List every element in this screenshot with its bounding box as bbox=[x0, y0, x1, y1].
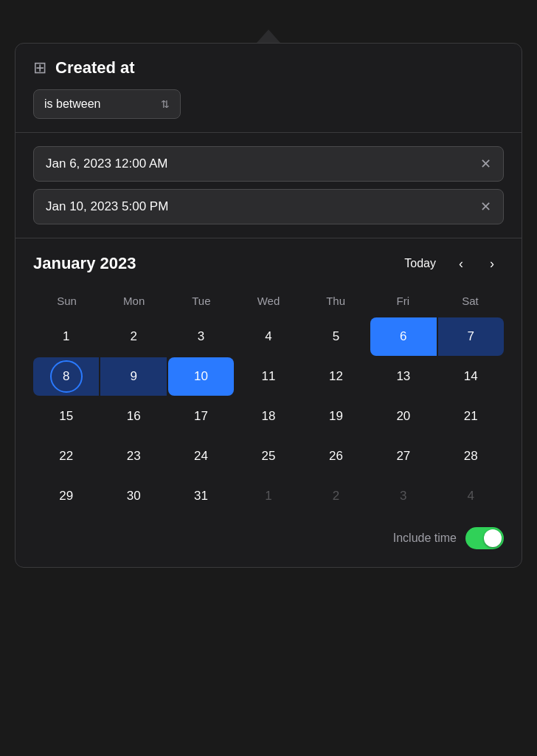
calendar-weekdays: Sun Mon Tue Wed Thu Fri Sat bbox=[33, 290, 504, 312]
date-inputs-section: Jan 6, 2023 12:00 AM ✕ Jan 10, 2023 5:00… bbox=[15, 133, 522, 238]
calendar-day[interactable]: 19 bbox=[303, 397, 369, 436]
popup-arrow bbox=[257, 30, 280, 43]
calendar-day[interactable]: 31 bbox=[168, 477, 234, 515]
calendar-day[interactable]: 17 bbox=[168, 397, 234, 436]
calendar-day[interactable]: 7 bbox=[438, 317, 504, 356]
header-title-row: ⊞ Created at bbox=[33, 58, 504, 78]
calendar-days: 1234567891011121314151617181920212223242… bbox=[33, 317, 504, 515]
prev-month-button[interactable]: ‹ bbox=[449, 252, 473, 275]
calendar-grid: Sun Mon Tue Wed Thu Fri Sat 123456789101… bbox=[33, 290, 504, 515]
calendar-day[interactable]: 26 bbox=[303, 437, 369, 475]
calendar-day[interactable]: 3 bbox=[370, 477, 436, 515]
calendar-day[interactable]: 9 bbox=[100, 357, 166, 396]
filter-select[interactable]: is between ⇅ bbox=[33, 89, 181, 119]
end-date-input[interactable]: Jan 10, 2023 5:00 PM ✕ bbox=[33, 189, 504, 224]
calendar-day[interactable]: 27 bbox=[370, 437, 436, 475]
header-title: Created at bbox=[55, 58, 135, 78]
weekday-thu: Thu bbox=[302, 290, 370, 312]
calendar-day[interactable]: 23 bbox=[100, 437, 166, 475]
include-time-row: Include time bbox=[33, 527, 504, 549]
filter-select-value: is between bbox=[44, 97, 101, 111]
calendar-day[interactable]: 25 bbox=[235, 437, 301, 475]
weekday-sun: Sun bbox=[33, 290, 100, 312]
calendar-day[interactable]: 28 bbox=[438, 437, 504, 475]
next-month-button[interactable]: › bbox=[480, 252, 504, 275]
calendar-day[interactable]: 18 bbox=[235, 397, 301, 436]
toggle-knob bbox=[484, 529, 502, 547]
calendar-day[interactable]: 14 bbox=[438, 357, 504, 396]
calendar-day[interactable]: 11 bbox=[235, 357, 301, 396]
start-date-value: Jan 6, 2023 12:00 AM bbox=[46, 157, 167, 171]
calendar-day[interactable]: 5 bbox=[303, 317, 369, 356]
weekday-fri: Fri bbox=[370, 290, 437, 312]
calendar-day[interactable]: 3 bbox=[168, 317, 234, 356]
calendar-day[interactable]: 21 bbox=[438, 397, 504, 436]
calendar-day[interactable]: 4 bbox=[438, 477, 504, 515]
calendar-day[interactable]: 22 bbox=[33, 437, 99, 475]
calendar-day[interactable]: 13 bbox=[370, 357, 436, 396]
month-title: January 2023 bbox=[33, 254, 136, 273]
calendar-day[interactable]: 12 bbox=[303, 357, 369, 396]
calendar-day[interactable]: 10 bbox=[168, 357, 234, 396]
date-filter-popup: ⊞ Created at is between ⇅ Jan 6, 2023 12… bbox=[15, 30, 522, 568]
calendar-day[interactable]: 16 bbox=[100, 397, 166, 436]
today-button[interactable]: Today bbox=[398, 254, 442, 273]
calendar-day[interactable]: 29 bbox=[33, 477, 99, 515]
start-date-input[interactable]: Jan 6, 2023 12:00 AM ✕ bbox=[33, 146, 504, 182]
calendar-day[interactable]: 20 bbox=[370, 397, 436, 436]
calendar-day[interactable]: 4 bbox=[235, 317, 301, 356]
clear-end-date-icon[interactable]: ✕ bbox=[480, 199, 491, 215]
weekday-tue: Tue bbox=[167, 290, 235, 312]
calendar-nav: January 2023 Today ‹ › bbox=[33, 252, 504, 275]
chevron-updown-icon: ⇅ bbox=[161, 98, 170, 110]
panel: ⊞ Created at is between ⇅ Jan 6, 2023 12… bbox=[15, 43, 522, 568]
calendar-day[interactable]: 24 bbox=[168, 437, 234, 475]
weekday-sat: Sat bbox=[437, 290, 504, 312]
include-time-label: Include time bbox=[393, 532, 457, 545]
weekday-mon: Mon bbox=[100, 290, 167, 312]
calendar-day[interactable]: 15 bbox=[33, 397, 99, 436]
calendar-day[interactable]: 2 bbox=[303, 477, 369, 515]
calendar-day[interactable]: 1 bbox=[33, 317, 99, 356]
calendar-day[interactable]: 2 bbox=[100, 317, 166, 356]
include-time-toggle[interactable] bbox=[465, 527, 504, 549]
header-section: ⊞ Created at is between ⇅ bbox=[15, 44, 522, 133]
calendar-day[interactable]: 30 bbox=[100, 477, 166, 515]
weekday-wed: Wed bbox=[235, 290, 302, 312]
clear-start-date-icon[interactable]: ✕ bbox=[480, 156, 491, 172]
calendar-day[interactable]: 1 bbox=[235, 477, 301, 515]
calendar-day[interactable]: 6 bbox=[370, 317, 436, 356]
end-date-value: Jan 10, 2023 5:00 PM bbox=[46, 199, 168, 214]
nav-right: Today ‹ › bbox=[398, 252, 504, 275]
calendar-day[interactable]: 8 bbox=[33, 357, 99, 396]
calendar-section: January 2023 Today ‹ › Sun Mon Tue Wed T… bbox=[15, 238, 522, 567]
calendar-icon: ⊞ bbox=[33, 60, 46, 76]
